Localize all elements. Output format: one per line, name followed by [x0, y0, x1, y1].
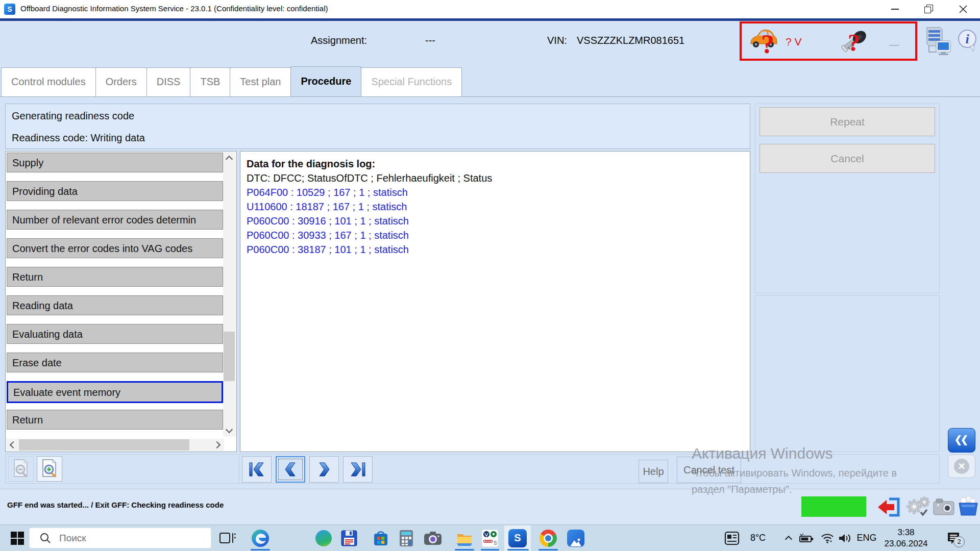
tab-diss[interactable]: DISS: [146, 67, 191, 96]
list-item[interactable]: Return: [7, 410, 223, 430]
vehicle-help-icon[interactable]: ?: [748, 27, 779, 58]
chevron-up-icon: [785, 535, 792, 542]
tab-special-functions: Special Functions: [361, 67, 462, 96]
taskbar-app-save-tool[interactable]: [337, 525, 361, 551]
window-title: Offboard Diagnostic Information System S…: [20, 4, 328, 13]
vin-label: VIN:: [547, 35, 567, 46]
taskbar-app-calculator[interactable]: [395, 525, 418, 551]
network-connection-icon[interactable]: [922, 24, 952, 56]
list-item[interactable]: Convert the error codes into VAG codes: [7, 238, 223, 258]
close-button[interactable]: [947, 0, 979, 18]
dtc-line: P064F00 : 10529 ; 167 ; 1 ; statisch: [247, 185, 492, 199]
close-icon: [959, 5, 967, 13]
running-indicator: [507, 549, 529, 550]
scroll-down-button[interactable]: [223, 424, 235, 437]
start-button[interactable]: [8, 525, 27, 551]
windows-logo-icon: [11, 532, 24, 545]
help-button[interactable]: Help: [639, 460, 668, 483]
procedure-step-list-panel: Supply Providing data Number of relevant…: [5, 151, 237, 452]
windows-taskbar: S S: [0, 524, 980, 551]
floppy-disk-icon: [340, 530, 358, 547]
assignment-label: Assignment:: [311, 35, 367, 46]
tab-procedure[interactable]: Procedure: [290, 66, 361, 96]
wif i-icon: [821, 533, 834, 544]
list-item[interactable]: Supply: [7, 153, 223, 172]
list-item[interactable]: Reading data: [7, 295, 223, 315]
nav-first-button[interactable]: [242, 456, 272, 483]
repeat-button[interactable]: Repeat: [760, 107, 935, 136]
odis-application-window: S Offboard Diagnostic Information System…: [0, 0, 980, 551]
taskbar-app-browser2[interactable]: [312, 525, 335, 551]
microsoft-store-icon: [372, 530, 389, 547]
back-icon: [283, 462, 298, 477]
diagnostic-log-bin-icon[interactable]: [957, 495, 979, 516]
battery-icon: [799, 533, 814, 543]
news-widget-icon: [724, 531, 740, 545]
taskbar-clock[interactable]: 3:38 23.06.2024: [880, 527, 932, 549]
minimize-button[interactable]: [879, 0, 911, 18]
zoom-out-button: [8, 456, 34, 482]
nav-forward-button[interactable]: [309, 456, 339, 483]
odis-icon: S: [508, 529, 527, 547]
small-dash: [889, 45, 899, 46]
taskbar-app-edge[interactable]: [248, 525, 273, 551]
restore-button[interactable]: [913, 0, 944, 18]
cancel-test-button[interactable]: Cancel test: [677, 457, 741, 483]
progress-bar: [801, 496, 866, 517]
close-session-button[interactable]: ✕: [948, 455, 975, 478]
taskbar-app-file-explorer[interactable]: [452, 525, 477, 551]
list-item[interactable]: Return: [7, 267, 223, 287]
horizontal-scroll-thumb[interactable]: [19, 439, 189, 450]
vertical-scroll-thumb[interactable]: [224, 332, 235, 381]
taskbar-app-photos[interactable]: [564, 525, 588, 551]
tab-tsb[interactable]: TSB: [190, 67, 230, 96]
chevron-left-icon: [10, 441, 17, 448]
key-help-icon[interactable]: ?: [838, 24, 871, 57]
vertical-scrollbar[interactable]: [223, 152, 236, 437]
collapse-panel-button[interactable]: [948, 428, 975, 453]
horizontal-scrollbar[interactable]: [6, 439, 224, 451]
nav-last-button[interactable]: [343, 456, 373, 483]
screenshot-camera-icon[interactable]: [933, 497, 955, 516]
running-indicator: [481, 549, 499, 550]
tab-control-modules[interactable]: Control modules: [1, 67, 96, 96]
nav-back-button[interactable]: [276, 456, 305, 483]
list-item[interactable]: Providing data: [7, 181, 223, 201]
clock-time: 3:38: [880, 527, 932, 538]
close-circle-icon: ✕: [954, 459, 969, 474]
list-item-selected[interactable]: Evaluate event memory: [7, 381, 223, 403]
zoom-in-button[interactable]: [37, 456, 62, 482]
widgets-button[interactable]: [721, 525, 743, 551]
taskbar-app-chrome[interactable]: [536, 525, 560, 551]
taskbar-search[interactable]: [29, 528, 211, 548]
language-indicator[interactable]: ENG: [855, 525, 878, 551]
exit-gff-icon[interactable]: [877, 497, 901, 517]
taskbar-app-vag-tool[interactable]: S: [479, 525, 501, 551]
notification-center-button[interactable]: 2: [942, 525, 965, 551]
taskbar-app-camera[interactable]: [421, 525, 445, 551]
search-input[interactable]: [58, 532, 183, 544]
tray-expand-button[interactable]: [780, 525, 797, 551]
list-item[interactable]: Erase date: [7, 353, 223, 372]
edge-icon: [252, 530, 269, 547]
tab-orders[interactable]: Orders: [95, 67, 147, 96]
wifi-indicator[interactable]: [818, 525, 837, 551]
list-item[interactable]: Evaluating data: [7, 324, 223, 344]
battery-indicator[interactable]: [796, 525, 817, 551]
scroll-right-button[interactable]: [212, 439, 224, 451]
list-item[interactable]: Number of relevant error codes determin: [7, 210, 223, 230]
info-icon[interactable]: i: [957, 29, 978, 53]
tab-test-plan[interactable]: Test plan: [230, 67, 291, 96]
cancel-button[interactable]: Cancel: [760, 144, 935, 173]
temperature-label[interactable]: 8°C: [745, 525, 771, 551]
taskbar-app-store[interactable]: [369, 525, 393, 551]
task-view-button[interactable]: [216, 525, 239, 551]
svg-text:?: ?: [761, 30, 774, 58]
svg-text:?: ?: [848, 29, 860, 56]
scroll-up-button[interactable]: [223, 152, 235, 164]
scroll-left-button[interactable]: [6, 439, 18, 451]
dtc-line: P060C00 : 30933 ; 167 ; 1 ; statisch: [247, 228, 492, 242]
settings-gears-icon[interactable]: [905, 495, 931, 518]
volume-indicator[interactable]: [835, 525, 854, 551]
taskbar-app-odis[interactable]: S: [505, 525, 530, 551]
